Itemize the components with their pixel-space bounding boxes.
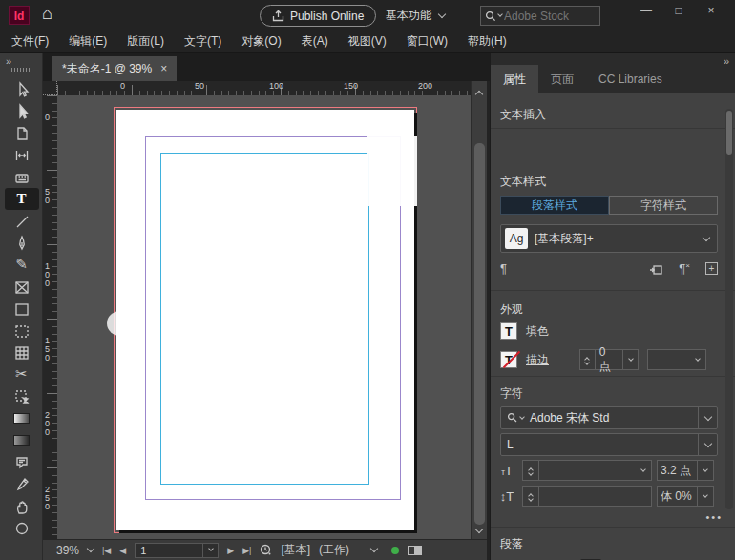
- pilcrow-icon[interactable]: ¶: [500, 261, 507, 276]
- clear-overrides-icon[interactable]: ¶×: [679, 261, 690, 276]
- stroke-weight-dropdown-icon[interactable]: [622, 350, 638, 369]
- hand-tool[interactable]: [5, 495, 39, 517]
- stroke-weight-stepper[interactable]: [580, 350, 596, 369]
- kerning-field[interactable]: [522, 486, 652, 507]
- expand-panel-icon[interactable]: »: [6, 55, 10, 67]
- tab-properties[interactable]: 属性: [491, 65, 538, 93]
- menu-window[interactable]: 窗口(W): [407, 33, 448, 50]
- search-input[interactable]: [504, 10, 586, 23]
- menu-table[interactable]: 表(A): [302, 33, 328, 50]
- next-page-button[interactable]: ▶: [227, 546, 234, 555]
- character-styles-tab[interactable]: 字符样式: [609, 196, 718, 215]
- gap-tool[interactable]: [5, 144, 39, 166]
- zoom-dropdown-icon[interactable]: [87, 545, 94, 552]
- maximize-button[interactable]: □: [662, 0, 695, 21]
- horizontal-ruler[interactable]: 0 50 100 150 200: [57, 81, 471, 95]
- minimize-button[interactable]: —: [630, 0, 662, 21]
- leading-field[interactable]: 3.2 点: [657, 460, 714, 481]
- ruler-origin-box[interactable]: [43, 81, 57, 95]
- menu-object[interactable]: 对象(O): [242, 33, 281, 50]
- more-options-icon[interactable]: •••: [705, 511, 723, 523]
- direct-selection-tool[interactable]: [5, 100, 39, 122]
- fill-swatch-icon[interactable]: T: [500, 322, 517, 340]
- kerning-stepper[interactable]: [523, 487, 539, 506]
- eyedropper-tool[interactable]: [5, 473, 39, 495]
- style-dropdown-icon[interactable]: [696, 225, 717, 252]
- fill-label[interactable]: 填色: [526, 323, 549, 340]
- tab-cc-libraries[interactable]: CC Libraries: [586, 65, 675, 93]
- tracking-field[interactable]: 体 0%: [657, 486, 714, 507]
- last-page-button[interactable]: ▶|: [242, 546, 251, 555]
- text-frame[interactable]: [160, 153, 369, 485]
- paragraph-style-dropdown[interactable]: Ag [基本段落]+: [500, 224, 718, 253]
- zoom-level[interactable]: 39%: [56, 544, 79, 557]
- horizontal-grid-tool[interactable]: [5, 342, 39, 363]
- adobe-stock-search[interactable]: [480, 6, 600, 26]
- rectangle-tool[interactable]: [5, 298, 39, 320]
- free-transform-tool[interactable]: [5, 385, 39, 407]
- font-family-dropdown-icon[interactable]: [698, 407, 717, 428]
- panel-scrollbar-thumb[interactable]: [726, 111, 732, 155]
- menu-type[interactable]: 文字(T): [184, 33, 221, 50]
- tab-pages[interactable]: 页面: [538, 65, 586, 93]
- first-page-button[interactable]: |◀: [102, 546, 111, 555]
- workspace-switcher[interactable]: 基本功能: [386, 8, 445, 24]
- close-tab-icon[interactable]: ×: [160, 62, 167, 75]
- font-size-dropdown-icon[interactable]: [635, 461, 651, 480]
- font-family-dropdown[interactable]: Adobe 宋体 Std: [500, 406, 718, 429]
- stroke-type-dropdown[interactable]: [647, 349, 706, 370]
- gradient-swatch-tool[interactable]: [5, 407, 39, 429]
- selection-tool[interactable]: [5, 78, 39, 100]
- menu-layout[interactable]: 版面(L): [127, 33, 164, 50]
- page-dropdown-icon[interactable]: [202, 544, 218, 557]
- gradient-feather-tool[interactable]: [5, 429, 39, 451]
- close-button[interactable]: ×: [695, 0, 727, 21]
- font-size-stepper[interactable]: [523, 461, 539, 480]
- stroke-swatch-icon[interactable]: T: [500, 351, 517, 368]
- panel-scrollbar[interactable]: [725, 109, 733, 509]
- stroke-label[interactable]: 描边: [526, 352, 549, 368]
- document-canvas[interactable]: [57, 95, 471, 539]
- paragraph-styles-tab[interactable]: 段落样式: [500, 196, 609, 215]
- new-style-icon[interactable]: +: [705, 262, 718, 275]
- redefine-style-icon[interactable]: [649, 262, 663, 276]
- pages-icon[interactable]: [408, 546, 422, 555]
- ellipse-tool[interactable]: [5, 320, 39, 342]
- zoom-tool[interactable]: [5, 517, 39, 539]
- leading-dropdown-icon[interactable]: [697, 461, 713, 480]
- vertical-ruler[interactable]: 0 50 100 150 200 250: [43, 95, 57, 539]
- preflight-profile[interactable]: [基本]: [281, 542, 310, 558]
- scissors-tool[interactable]: ✂: [5, 363, 39, 385]
- tracking-dropdown-icon[interactable]: [697, 487, 713, 506]
- type-tool[interactable]: T: [5, 188, 39, 210]
- document-tab[interactable]: *未命名-1 @ 39% ×: [52, 56, 177, 81]
- collapse-panel-icon[interactable]: »: [724, 55, 728, 67]
- panel-grip[interactable]: [11, 68, 31, 72]
- font-style-dropdown-icon[interactable]: [698, 434, 717, 455]
- scroll-down-icon[interactable]: [475, 526, 483, 533]
- page-tool[interactable]: [5, 122, 39, 144]
- menu-view[interactable]: 视图(V): [348, 33, 387, 50]
- pencil-tool[interactable]: ✎: [5, 254, 39, 276]
- font-style-dropdown[interactable]: L: [500, 433, 718, 456]
- vertical-scrollbar[interactable]: [471, 81, 487, 539]
- rectangle-frame-tool[interactable]: [5, 276, 39, 298]
- previous-page-button[interactable]: ◀: [119, 546, 126, 555]
- content-collector-tool[interactable]: [5, 166, 39, 188]
- pen-tool[interactable]: [5, 232, 39, 254]
- preflight-icon[interactable]: [260, 544, 272, 556]
- home-icon[interactable]: ⌂: [42, 4, 52, 24]
- preflight-menu-icon[interactable]: [370, 545, 378, 552]
- menu-file[interactable]: 文件(F): [11, 33, 49, 50]
- scroll-up-icon[interactable]: [475, 91, 483, 98]
- menu-help[interactable]: 帮助(H): [468, 33, 507, 50]
- scrollbar-thumb[interactable]: [474, 143, 485, 525]
- publish-online-button[interactable]: Publish Online: [260, 5, 376, 27]
- stroke-weight-field[interactable]: 0 点: [579, 349, 639, 370]
- line-tool[interactable]: [5, 210, 39, 232]
- page-number-input[interactable]: [136, 545, 202, 556]
- font-size-field[interactable]: [522, 460, 652, 481]
- note-tool[interactable]: [5, 451, 39, 473]
- menu-edit[interactable]: 编辑(E): [69, 33, 107, 50]
- page-number-box[interactable]: [135, 543, 219, 558]
